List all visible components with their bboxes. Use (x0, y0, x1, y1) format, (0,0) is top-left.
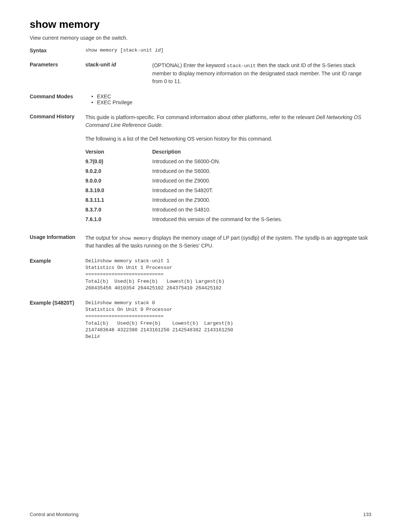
example2-content: Dell#show memory stack 0 Statistics On U… (85, 300, 371, 340)
version-cell: 8.3.11.1 (85, 197, 152, 203)
syntax-param: id (155, 47, 161, 53)
history-para1-prefix: This guide is platform-specific. For com… (85, 114, 316, 120)
description-cell: Introduced on the S4810. (152, 207, 371, 213)
command-modes-label: Command Modes (30, 93, 85, 105)
list-item: EXEC (91, 93, 371, 99)
page-footer: Control and Monitoring 133 (30, 512, 371, 517)
parameters-label: Parameters (30, 62, 85, 85)
description-header: Description (152, 149, 371, 155)
history-para1-suffix: . (162, 122, 163, 128)
usage-code: show memory (119, 236, 151, 241)
page-title: show memory (30, 19, 371, 30)
param-name-param: id (111, 62, 116, 68)
syntax-row: Syntax show memory [stack-unit id] (30, 47, 371, 53)
description-cell: Introduced on the Z9000. (152, 197, 371, 203)
param-name-prefix: stack-unit (85, 62, 111, 68)
command-history-row: Command History This guide is platform-s… (30, 114, 371, 226)
command-history-content: This guide is platform-specific. For com… (85, 114, 371, 226)
version-cell: 8.3.19.0 (85, 187, 152, 193)
param-desc: (OPTIONAL) Enter the keyword stack-unit … (152, 62, 371, 85)
syntax-command: show memory [stack-unit (85, 47, 155, 53)
example1-row: Example Dell#show memory stack-unit 1 St… (30, 258, 371, 292)
example1-code: Dell#show memory stack-unit 1 Statistics… (85, 258, 371, 292)
example1-label: Example (30, 258, 85, 292)
parameters-row: Parameters stack-unit id (OPTIONAL) Ente… (30, 62, 371, 85)
version-table: Version Description 9.7(0.0) Introduced … (85, 149, 371, 222)
example2-code: Dell#show memory stack 0 Statistics On U… (85, 300, 371, 340)
subtitle-text: View current memory usage on the switch. (30, 35, 371, 41)
param-desc-code: stack-unit (227, 63, 256, 69)
usage-prefix: The output for (85, 235, 119, 241)
syntax-label: Syntax (30, 47, 85, 53)
description-cell: Introduced on the S6000. (152, 168, 371, 174)
description-cell: Introduced on the Z9000. (152, 178, 371, 184)
command-modes-row: Command Modes EXEC EXEC Privilege (30, 93, 371, 105)
syntax-content: show memory [stack-unit id] (85, 47, 371, 53)
version-cell: 9.0.2.0 (85, 168, 152, 174)
parameters-content: stack-unit id (OPTIONAL) Enter the keywo… (85, 62, 371, 85)
syntax-end: ] (161, 47, 164, 53)
version-cell: 8.3.7.0 (85, 207, 152, 213)
usage-info-label: Usage Information (30, 234, 85, 250)
history-para2: The following is a list of the Dell Netw… (85, 135, 371, 143)
description-cell: Introduced this version of the command f… (152, 216, 371, 222)
footer-right: 133 (363, 512, 371, 517)
command-history-label: Command History (30, 114, 85, 226)
param-name: stack-unit id (85, 62, 152, 85)
footer-left: Control and Monitoring (30, 512, 79, 517)
description-cell: Introduced on the S6000-ON. (152, 158, 371, 164)
param-desc-prefix: (OPTIONAL) Enter the keyword (152, 62, 227, 68)
version-cell: 9.0.0.0 (85, 178, 152, 184)
example2-label: Example (S4820T) (30, 300, 85, 340)
description-cell: Introduced on the S4820T. (152, 187, 371, 193)
command-modes-content: EXEC EXEC Privilege (85, 93, 371, 105)
version-cell: 9.7(0.0) (85, 158, 152, 164)
version-cell: 7.6.1.0 (85, 216, 152, 222)
usage-info-row: Usage Information The output for show me… (30, 234, 371, 250)
version-header: Version (85, 149, 152, 155)
usage-info-content: The output for show memory displays the … (85, 234, 371, 250)
example2-row: Example (S4820T) Dell#show memory stack … (30, 300, 371, 340)
example1-content: Dell#show memory stack-unit 1 Statistics… (85, 258, 371, 292)
history-para1: This guide is platform-specific. For com… (85, 114, 371, 129)
list-item: EXEC Privilege (91, 99, 371, 105)
